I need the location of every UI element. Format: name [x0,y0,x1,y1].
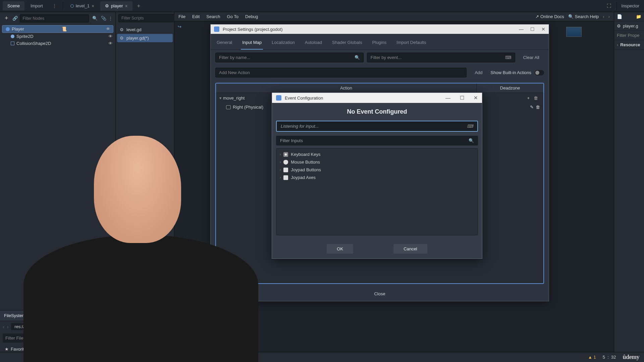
window-titlebar[interactable]: Project Settings (project.godot) — ☐ ✕ [211,24,549,34]
collapse-icon[interactable]: ▾ [219,96,222,101]
add-node-button[interactable]: + [3,14,10,22]
tab-inspector[interactable]: Inspector [617,1,644,10]
close-button[interactable]: ✕ [541,26,545,32]
script-item-level[interactable]: ⚙ level.gd [117,25,173,34]
visibility-icon[interactable]: 👁 [106,26,110,32]
input-category-tree: › Keyboard Keys › Mouse Buttons › Joypad… [276,148,478,235]
tab-plugins[interactable]: Plugins [371,37,388,50]
keyboard-icon [283,152,288,157]
filter-nodes-input[interactable] [20,14,89,22]
column-action: Action [216,83,476,93]
menu-edit[interactable]: Edit [192,14,200,19]
online-docs-button[interactable]: ↗ Online Docs [535,14,564,19]
panel-menu-icon[interactable]: ⋮ [49,3,60,8]
category-joypad-axes[interactable]: › Joypad Axes [278,174,476,181]
minimize-button[interactable]: — [445,95,450,101]
add-button[interactable]: Add [470,68,487,77]
doc-tab-label: level_1 [76,3,90,8]
tab-scene[interactable]: Scene [3,1,24,10]
tab-localization[interactable]: Localization [270,37,296,50]
tab-autoload[interactable]: Autoload [304,37,323,50]
tree-menu-icon[interactable]: ⋮ [108,16,113,21]
menu-goto[interactable]: Go To [227,14,238,19]
script-icon[interactable]: 📜 [61,26,67,32]
show-builtin-toggle[interactable] [535,70,544,75]
category-label: Mouse Buttons [291,160,320,165]
distraction-free-icon[interactable]: ⛶ [607,3,616,8]
add-event-button[interactable]: + [525,96,532,101]
nav-forward-button[interactable]: › [7,324,9,329]
delete-action-button[interactable]: 🗑 [532,96,540,101]
top-tabs-bar: Scene Import ⋮ level_1 × ⚙ player × + ⛶ … [0,0,644,12]
close-icon[interactable]: × [125,3,128,9]
path-display[interactable]: res:// [11,323,28,330]
edit-event-button[interactable]: ✎ [530,105,534,110]
close-icon[interactable]: × [92,3,94,9]
method-nav-icon[interactable]: ↪ [178,24,181,29]
visibility-icon[interactable]: 👁 [108,34,113,39]
minimap[interactable] [566,27,582,37]
action-label: move_right [223,96,245,101]
node-label: Sprite2D [16,34,34,39]
category-joypad-buttons[interactable]: › Joypad Buttons [278,166,476,174]
search-help-button[interactable]: 🔍 Search Help [568,14,599,19]
filter-name-input[interactable]: Filter by name... 🔍 [215,53,364,62]
filter-scripts-input[interactable] [118,14,175,22]
gear-icon: ⚙ [105,3,109,8]
tab-general[interactable]: General [215,37,233,50]
attach-script-icon[interactable]: 📎 [101,16,106,21]
tab-import[interactable]: Import [26,1,48,10]
cancel-button[interactable]: Cancel [393,244,427,254]
maximize-button[interactable]: ☐ [460,95,464,101]
window-title: Event Configuration [285,96,323,101]
warnings-badge[interactable]: ▲ 1 [588,355,596,360]
nav-back-button[interactable]: ‹ [603,14,604,19]
tab-input-map[interactable]: Input Map [241,37,263,50]
godot-icon [276,95,281,101]
load-resource-icon[interactable]: 📁 [636,14,641,19]
add-tab-button[interactable]: + [134,3,144,9]
filter-properties-input[interactable]: Filter Prope [614,31,644,40]
resource-section[interactable]: › Resource [614,40,644,50]
nav-forward-button[interactable]: › [608,14,610,19]
doc-tab-level1[interactable]: level_1 × [66,1,99,11]
menu-search[interactable]: Search [206,14,220,19]
menu-file[interactable]: File [178,14,185,19]
tree-node-sprite2d[interactable]: Sprite2D 👁 [0,33,115,40]
doc-tab-player[interactable]: ⚙ player × [100,1,132,11]
listening-input[interactable]: Listening for input... ⌨ [276,121,478,132]
close-button[interactable]: Close [374,291,385,296]
filter-event-input[interactable]: Filter by event... ⌨ [367,53,515,62]
close-button[interactable]: ✕ [474,95,478,101]
clear-all-button[interactable]: Clear All [519,53,544,62]
nav-back-button[interactable]: ‹ [3,324,4,329]
category-mouse[interactable]: › Mouse Buttons [278,158,476,166]
category-label: Keyboard Keys [291,152,320,157]
filter-files-input[interactable]: Filter Files [3,334,113,343]
node-label: Player [12,26,24,32]
placeholder: Filter by event... [371,55,401,60]
add-action-input[interactable]: Add New Action [215,68,467,77]
tab-import-defaults[interactable]: Import Defaults [395,37,427,50]
chevron-right-icon: › [617,42,618,47]
window-titlebar[interactable]: Event Configuration — ☐ ✕ [272,93,482,103]
new-resource-icon[interactable]: 📄 [617,14,622,19]
external-link-icon: ↗ [535,14,539,19]
tree-node-player[interactable]: Player 📜 👁 [2,25,113,33]
instance-scene-button[interactable]: 🔗 [12,16,18,21]
category-keyboard[interactable]: › Keyboard Keys [278,150,476,158]
tree-node-collision[interactable]: CollisionShape2D 👁 [0,40,115,47]
minimize-button[interactable]: — [519,26,524,32]
ok-button[interactable]: OK [327,244,353,254]
search-icon[interactable]: 🔍 [91,16,99,21]
visibility-icon[interactable]: 👁 [108,41,113,46]
filter-inputs-field[interactable]: Filter Inputs 🔍 [276,136,478,145]
event-status-heading: No Event Configured [272,103,482,121]
tab-shader-globals[interactable]: Shader Globals [331,37,364,50]
script-item-player[interactable]: ⚙ player.gd(*) [117,34,173,42]
delete-event-button[interactable]: 🗑 [536,105,540,110]
script-menu-bar: File Edit Search Go To Debug ↗ Online Do… [174,12,614,21]
menu-debug[interactable]: Debug [245,14,258,19]
maximize-button[interactable]: ☐ [530,26,535,32]
sprite2d-icon [11,35,14,38]
